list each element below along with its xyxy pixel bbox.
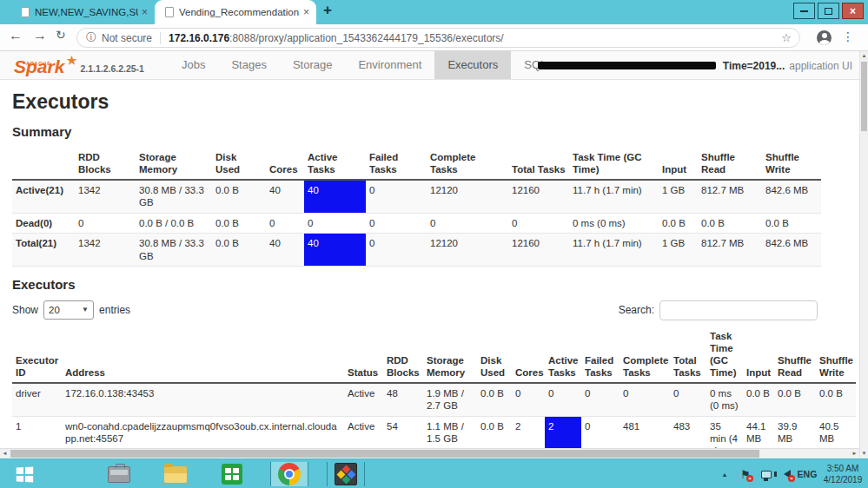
column-header[interactable]: Shuffle Write xyxy=(816,326,856,383)
table-cell: 30.8 MB / 33.3 GB xyxy=(136,234,212,267)
column-header[interactable]: Cores xyxy=(512,326,545,383)
forward-icon[interactable]: → xyxy=(33,28,47,43)
info-icon[interactable]: ⓘ xyxy=(86,30,96,45)
column-header[interactable]: Disk Used xyxy=(477,326,512,383)
tab-close-icon[interactable]: × xyxy=(303,6,309,18)
entries-value: 20 xyxy=(49,305,60,315)
column-header[interactable]: Executor ID xyxy=(12,326,62,383)
new-tab-button[interactable]: + xyxy=(323,2,332,19)
vertical-scrollbar[interactable] xyxy=(859,51,868,458)
page-favicon-icon xyxy=(21,7,30,17)
spark-nav: JobsStagesStorageEnvironmentExecutorsSQL xyxy=(169,51,560,79)
nav-tab-environment[interactable]: Environment xyxy=(345,51,434,79)
table-cell: 1 GB xyxy=(659,180,698,213)
nav-tab-storage[interactable]: Storage xyxy=(280,51,346,79)
tab-title: Vending_Recommendation Time xyxy=(179,7,300,17)
column-header[interactable]: Shuffle Read xyxy=(774,326,816,383)
column-header[interactable]: Total Tasks xyxy=(670,326,706,383)
table-cell: 0 ms (0 ms) xyxy=(569,213,659,233)
table-cell: 0.0 B / 0.0 B xyxy=(136,213,212,233)
column-header[interactable]: Storage Memory xyxy=(423,326,477,383)
table-cell: 1 GB xyxy=(659,234,698,267)
page-favicon-icon xyxy=(165,7,174,17)
address-bar[interactable]: ⓘ Not secure 172.16.0.176:8088/proxy/app… xyxy=(76,28,800,48)
screen: NEW,NEW_SAVING,SUBMITTED,- × Vending_Rec… xyxy=(0,0,868,488)
spark-navbar: APACHESpark★ 2.1.1.2.6.2.25-1 JobsStages… xyxy=(0,51,868,80)
horizontal-scroll-thumb[interactable] xyxy=(10,450,759,458)
spark-logo[interactable]: APACHESpark★ 2.1.1.2.6.2.25-1 xyxy=(0,51,153,79)
column-header: Input xyxy=(659,148,698,180)
spark-version: 2.1.1.2.6.2.25-1 xyxy=(80,63,144,74)
column-header[interactable]: RDD Blocks xyxy=(383,326,423,383)
table-cell: 0 ms (0 ms) xyxy=(706,383,743,416)
profile-icon[interactable] xyxy=(817,30,832,45)
executors-heading: Executors xyxy=(12,277,868,292)
file-explorer-icon[interactable] xyxy=(156,462,195,486)
executors-table: Executor IDAddressStatusRDD BlocksStorag… xyxy=(12,326,856,458)
table-cell: 0.0 B xyxy=(698,213,762,233)
back-icon[interactable]: ← xyxy=(9,28,23,43)
table-cell: 1342 xyxy=(75,180,136,213)
scroll-up-icon[interactable] xyxy=(860,51,868,61)
column-header: Failed Tasks xyxy=(366,148,427,180)
table-cell: 40 xyxy=(304,180,366,213)
chevron-down-icon: ▼ xyxy=(82,306,89,313)
browser-tab-active[interactable]: Vending_Recommendation Time × xyxy=(155,0,316,24)
summary-header-row: RDD BlocksStorage MemoryDisk UsedCoresAc… xyxy=(12,148,821,180)
column-header: Shuffle Write xyxy=(762,148,821,180)
vertical-scroll-thumb[interactable] xyxy=(861,62,867,131)
column-header xyxy=(12,148,75,180)
nav-tab-stages[interactable]: Stages xyxy=(218,51,279,79)
bookmark-star-icon[interactable]: ☆ xyxy=(781,31,792,44)
column-header[interactable]: Input xyxy=(743,326,774,383)
column-header[interactable]: Complete Tasks xyxy=(620,326,670,383)
scroll-down-icon[interactable] xyxy=(860,449,868,458)
browser-menu-icon[interactable]: ⋮ xyxy=(842,30,854,43)
table-cell: 11.7 h (1.7 min) xyxy=(569,234,659,267)
column-header[interactable]: Status xyxy=(344,326,383,383)
table-cell: 0.0 B xyxy=(774,383,816,416)
table-cell: 0 xyxy=(581,383,620,416)
table-cell: 0 xyxy=(366,234,427,267)
nav-tab-executors[interactable]: Executors xyxy=(434,51,511,79)
network-icon[interactable] xyxy=(759,459,774,488)
maximize-button[interactable] xyxy=(818,3,839,19)
refresh-icon[interactable]: ↻ xyxy=(56,28,66,42)
chrome-icon[interactable] xyxy=(270,462,308,486)
horizontal-scrollbar[interactable] xyxy=(0,448,859,458)
scroll-left-icon[interactable] xyxy=(0,449,10,458)
column-header: RDD Blocks xyxy=(75,148,136,180)
minimize-button[interactable] xyxy=(793,3,815,19)
column-header[interactable]: Failed Tasks xyxy=(581,326,620,383)
table-cell: 0 xyxy=(620,383,670,416)
store-icon[interactable] xyxy=(213,462,251,486)
search-input[interactable] xyxy=(659,300,818,320)
search-label: Search: xyxy=(619,304,654,316)
action-center-flag-icon[interactable]: ⚑× xyxy=(738,459,753,488)
volume-muted-icon[interactable]: × xyxy=(779,459,795,488)
close-button[interactable]: × xyxy=(842,3,864,19)
clock[interactable]: 3:50 AM 4/12/2019 xyxy=(819,459,866,488)
column-header[interactable]: Active Tasks xyxy=(545,326,581,383)
header-suffix-text: application UI xyxy=(789,60,852,72)
column-header: Active Tasks xyxy=(304,148,366,180)
tab-close-icon[interactable]: × xyxy=(142,6,148,18)
show-label: Show xyxy=(12,304,38,316)
column-header[interactable]: Address xyxy=(62,326,344,383)
column-header[interactable]: Task Time (GC Time) xyxy=(706,326,743,383)
table-cell: 812.7 MB xyxy=(698,180,762,213)
tray-date: 4/12/2019 xyxy=(824,474,863,486)
entries-select[interactable]: 20 ▼ xyxy=(43,300,94,320)
language-indicator[interactable]: ENG xyxy=(795,459,819,488)
scroll-right-icon[interactable] xyxy=(850,449,859,458)
server-manager-icon[interactable] xyxy=(100,462,138,486)
table-cell: 0 xyxy=(366,213,427,233)
summary-heading: Summary xyxy=(12,124,868,139)
start-button[interactable] xyxy=(5,462,43,486)
hidden-icons-chevron-icon[interactable]: ▲ xyxy=(719,459,731,488)
browser-tab-inactive[interactable]: NEW,NEW_SAVING,SUBMITTED,- × xyxy=(14,0,151,24)
pinwheel-app-icon[interactable] xyxy=(327,462,365,486)
tray-time: 3:50 AM xyxy=(827,463,859,475)
nav-tab-jobs[interactable]: Jobs xyxy=(169,51,218,79)
table-row: driver172.16.0.138:43453Active481.9 MB /… xyxy=(12,383,856,416)
